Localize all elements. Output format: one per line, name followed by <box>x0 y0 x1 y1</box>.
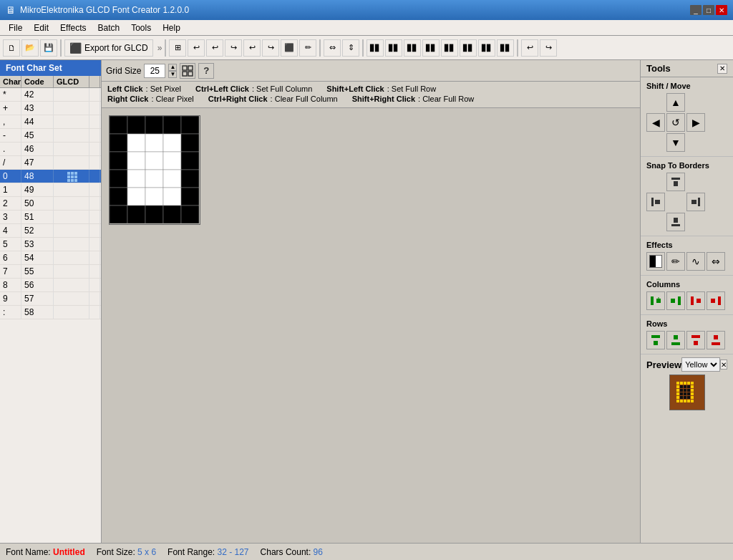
char-row[interactable]: /47 <box>0 156 101 170</box>
char-row[interactable]: .46 <box>0 143 101 156</box>
row-add-bottom-button[interactable] <box>666 331 685 349</box>
ctrl-left-key: Ctrl+Left Click <box>195 85 249 93</box>
char-row[interactable]: 250 <box>0 197 101 211</box>
char-row[interactable]: -45 <box>0 129 101 143</box>
close-button[interactable]: ✕ <box>716 5 727 15</box>
char-row[interactable]: 048 <box>0 170 101 183</box>
svg-rect-24 <box>674 335 678 339</box>
col-add-left-button[interactable] <box>646 291 665 310</box>
svg-rect-27 <box>712 342 720 345</box>
tb-btn-12[interactable]: ▊▊ <box>385 39 402 57</box>
grid-size-input[interactable] <box>144 64 165 78</box>
tb-btn-16[interactable]: ▊▊ <box>460 39 477 57</box>
snap-right-button[interactable] <box>686 193 705 211</box>
new-button[interactable]: 🗋 <box>3 39 20 57</box>
effect-wave-button[interactable]: ∿ <box>686 252 705 271</box>
tb-btn-4[interactable]: ↪ <box>225 39 242 57</box>
glcd-cell <box>54 251 89 264</box>
preview-color-select[interactable]: Yellow Green Red Blue White <box>681 357 720 372</box>
minimize-button[interactable]: _ <box>690 5 702 15</box>
tb-btn-redo2[interactable]: ↪ <box>540 39 557 57</box>
preview-display <box>669 375 705 410</box>
char-row[interactable]: 351 <box>0 211 101 224</box>
char-row[interactable]: ,44 <box>0 115 101 129</box>
col-add-right-button[interactable] <box>666 291 685 310</box>
char-cell: 6 <box>0 251 21 264</box>
row-del-bottom-button[interactable] <box>707 331 725 349</box>
char-row[interactable]: *42 <box>0 88 101 102</box>
glcd-cell <box>54 211 89 223</box>
export-button[interactable]: ⬛ Export for GLCD <box>64 39 153 57</box>
tb-btn-14[interactable]: ▊▊ <box>422 39 440 57</box>
shift-down-button[interactable]: ▼ <box>666 133 685 152</box>
char-row[interactable]: 654 <box>0 251 101 265</box>
char-row[interactable]: 755 <box>0 265 101 279</box>
toolbar-sep-2 <box>165 39 166 57</box>
char-row[interactable]: 452 <box>0 224 101 238</box>
help-button[interactable]: ? <box>198 63 214 79</box>
glcd-col-header: GLCD <box>54 76 89 87</box>
menu-file[interactable]: File <box>3 20 28 35</box>
char-row[interactable]: +43 <box>0 102 101 115</box>
tb-btn-6[interactable]: ↪ <box>262 39 279 57</box>
effect-invert-button[interactable] <box>646 252 665 271</box>
menu-edit[interactable]: Edit <box>28 20 54 35</box>
tb-btn-18[interactable]: ▊▊ <box>497 39 514 57</box>
tb-btn-11[interactable]: ▊▊ <box>366 39 384 57</box>
grid-toggle-button[interactable] <box>180 63 195 79</box>
maximize-button[interactable]: □ <box>703 5 714 15</box>
char-list[interactable]: *42+43,44-45.46/470481492503514525536547… <box>0 88 101 543</box>
col-del-left-button[interactable] <box>686 291 705 310</box>
tb-btn-17[interactable]: ▊▊ <box>478 39 495 57</box>
save-button[interactable]: 💾 <box>40 39 57 57</box>
tb-btn-13[interactable]: ▊▊ <box>404 39 421 57</box>
col-del-right-button[interactable] <box>707 291 725 310</box>
shift-up-button[interactable]: ▲ <box>666 93 685 112</box>
status-font-range: Font Range: 32 - 127 <box>168 547 248 557</box>
tb-btn-undo2[interactable]: ↩ <box>521 39 538 57</box>
tb-btn-8[interactable]: ✏ <box>299 39 316 57</box>
svg-rect-9 <box>691 200 696 204</box>
tb-btn-1[interactable]: ⊞ <box>169 39 186 57</box>
code-cell: 55 <box>21 265 54 278</box>
glcd-icon <box>67 171 77 181</box>
tb-btn-undo[interactable]: ↩ <box>188 39 205 57</box>
code-cell: 48 <box>21 170 54 183</box>
snap-bottom-button[interactable] <box>666 213 685 231</box>
snap-left-button[interactable] <box>646 193 665 211</box>
snap-top-button[interactable] <box>666 173 685 191</box>
menu-batch[interactable]: Batch <box>92 20 126 35</box>
char-cell: 9 <box>0 292 21 305</box>
menu-tools[interactable]: Tools <box>125 20 157 35</box>
open-button[interactable]: 📂 <box>21 39 39 57</box>
char-row[interactable]: 957 <box>0 292 101 306</box>
row-add-top-button[interactable] <box>646 331 665 349</box>
tb-btn-15[interactable]: ▊▊ <box>441 39 458 57</box>
char-row[interactable]: 553 <box>0 238 101 251</box>
row-del-top-button[interactable] <box>686 331 705 349</box>
char-row[interactable]: 856 <box>0 279 101 292</box>
tb-btn-7[interactable]: ⬛ <box>281 39 298 57</box>
tb-btn-5[interactable]: ↩ <box>243 39 261 57</box>
char-row[interactable]: :58 <box>0 306 101 319</box>
menu-help[interactable]: Help <box>157 20 186 35</box>
status-font-name: Font Name: Untitled <box>6 547 85 557</box>
shift-left-button[interactable]: ◀ <box>646 113 665 132</box>
canvas-area[interactable] <box>102 108 640 543</box>
shift-rotate-button[interactable]: ↺ <box>666 113 685 132</box>
shift-right-button[interactable]: ▶ <box>686 113 705 132</box>
char-row[interactable]: 149 <box>0 183 101 197</box>
pixel-canvas[interactable] <box>109 115 200 225</box>
grid-size-up[interactable]: ▲ <box>168 64 177 71</box>
tb-btn-3[interactable]: ↩ <box>206 39 223 57</box>
effect-mirror-button[interactable]: ⇔ <box>707 252 725 271</box>
close-tools-button[interactable]: ✕ <box>717 64 727 74</box>
menu-effects[interactable]: Effects <box>54 20 92 35</box>
grid-size-down[interactable]: ▼ <box>168 71 177 78</box>
scroll-cell <box>89 224 100 237</box>
close-preview-button[interactable]: ✕ <box>720 359 727 370</box>
columns-section: Columns <box>641 276 733 315</box>
tb-btn-10[interactable]: ⇕ <box>342 39 359 57</box>
effect-pencil-button[interactable]: ✏ <box>666 252 685 271</box>
tb-btn-9[interactable]: ⇔ <box>324 39 341 57</box>
